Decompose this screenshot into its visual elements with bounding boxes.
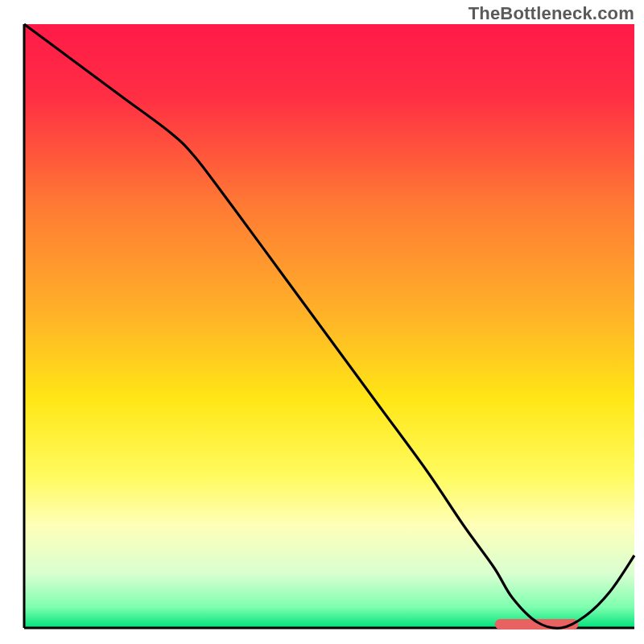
plot-background bbox=[24, 24, 634, 628]
chart-container: TheBottleneck.com bbox=[0, 0, 644, 644]
bottleneck-chart bbox=[0, 0, 644, 644]
